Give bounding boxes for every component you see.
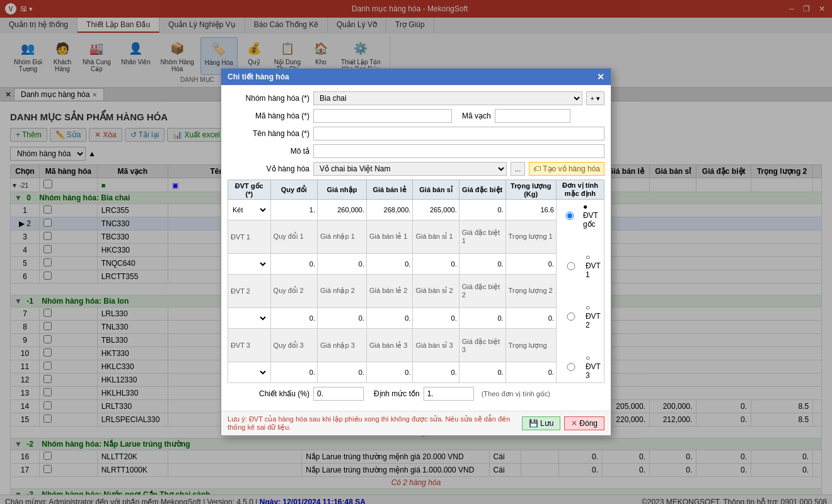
dvt2-gia-dac-biet-input[interactable] (461, 314, 504, 322)
dvt-row-1: Két ● ĐVT gốc (228, 200, 604, 220)
chiet-khau-label: Chiết khấu (%) (228, 389, 309, 398)
vo-hang-hoa-row: Vỏ hàng hóa Vỏ chai bia Việt Nam ... 🏷 T… (228, 162, 604, 176)
dvt-row-3-header: ĐVT 2 Quy đổi 2 Giá nhập 2 Giá bán lẻ 2 … (228, 274, 604, 308)
dvt-row-4-header: ĐVT 3 Quy đổi 3 Giá nhập 3 Giá bán lẻ 3 … (228, 328, 604, 362)
tao-vo-label: Tạo vỏ hàng hóa (543, 164, 600, 173)
close-dialog-button[interactable]: ✕ Đóng (564, 416, 604, 430)
vo-hang-hoa-select[interactable]: Vỏ chai bia Việt Nam (313, 162, 507, 176)
nhom-hang-hoa-row: Nhóm hàng hóa (*) Bia chai + ▾ (228, 91, 604, 105)
dvt3-quy-doi-input[interactable] (273, 369, 315, 376)
dialog-title-bar: Chi tiết hàng hóa ✕ (221, 69, 611, 85)
vo-hang-hoa-label: Vỏ hàng hóa (228, 164, 309, 173)
dvt-row-2 (228, 254, 604, 275)
dvt-header-row: ĐVT gốc (*) Quy đổi Giá nhập Giá bán lẻ … (228, 180, 604, 200)
col-gia-nhap: Giá nhập (318, 180, 367, 200)
radio-dvt-2-input[interactable] (559, 312, 583, 321)
dialog-body: Nhóm hàng hóa (*) Bia chai + ▾ Mã hàng h… (221, 85, 611, 411)
gia-ban-si-input[interactable] (415, 206, 456, 214)
dialog-footer: Lưu ý: ĐVT của hàng hóa sau khi lập phiế… (221, 411, 611, 435)
dvt2-quy-doi-input[interactable] (273, 314, 315, 322)
add-nhom-button[interactable]: + ▾ (586, 91, 604, 105)
dialog-note: Lưu ý: ĐVT của hàng hóa sau khi lập phiế… (228, 415, 522, 432)
gia-dac-biet-input[interactable] (461, 206, 504, 214)
dvt-1-select[interactable] (230, 260, 268, 268)
dvt2-gia-nhap-input[interactable] (320, 314, 364, 322)
dvt3-gia-dac-biet-input[interactable] (461, 369, 504, 376)
col-gia-ban-si: Giá bán sỉ (413, 180, 459, 200)
dvt1-gia-ban-si-input[interactable] (415, 260, 456, 268)
dinh-muc-ton-input[interactable] (424, 387, 474, 401)
mo-ta-label: Mô tả (228, 147, 309, 156)
ten-hang-hoa-input[interactable]: Tiger nấu chai 24 x 330ml (313, 127, 604, 140)
dialog-title-text: Chi tiết hàng hóa (228, 72, 289, 81)
close-dialog-icon: ✕ (571, 419, 577, 428)
close-dialog-label: Đóng (579, 419, 598, 428)
col-trong-luong: Trọng lượng (Kg) (506, 180, 556, 200)
ten-hang-hoa-label: Tên hàng hóa (*) (228, 129, 309, 138)
dvt3-gia-nhap-input[interactable] (320, 369, 364, 376)
save-icon: 💾 (529, 419, 538, 428)
radio-dvt-1-input[interactable] (559, 262, 583, 270)
dvt3-trong-luong-input[interactable] (508, 369, 554, 376)
save-label: Lưu (540, 419, 553, 428)
chi-tiet-hang-hoa-dialog: Chi tiết hàng hóa ✕ Nhóm hàng hóa (*) Bi… (221, 68, 611, 436)
radio-dvt-3: ○ ĐVT 3 (559, 353, 601, 380)
ma-vach-input[interactable] (495, 109, 570, 123)
quy-doi-input[interactable] (273, 206, 315, 214)
col-gia-ban-le: Giá bán lẻ (367, 180, 413, 200)
theo-don-vi-label: (Theo đơn vị tính gốc) (482, 390, 550, 398)
dvt-row-3 (228, 308, 604, 329)
dvt-3-select[interactable] (230, 368, 268, 377)
tao-vo-button[interactable]: 🏷 Tạo vỏ hàng hóa (529, 162, 604, 176)
nhom-hang-hoa-label: Nhóm hàng hóa (*) (228, 94, 309, 103)
dvt1-trong-luong-input[interactable] (508, 260, 554, 268)
dvt-row-2-header: ĐVT 1 Quy đổi 1 Giá nhập 1 Giá bán lẻ 1 … (228, 220, 604, 254)
radio-dvt-goc-input[interactable] (559, 212, 581, 220)
dvt-grid: ĐVT gốc (*) Quy đổi Giá nhập Giá bán lẻ … (228, 180, 604, 383)
col-quy-doi: Quy đổi (270, 180, 317, 200)
ma-hang-hoa-label: Mã hàng hóa (*) (228, 112, 309, 120)
dialog-close-button[interactable]: ✕ (597, 72, 604, 82)
dvt2-gia-ban-si-input[interactable] (415, 314, 456, 322)
dvt1-gia-nhap-input[interactable] (320, 260, 364, 268)
dvt1-gia-ban-le-input[interactable] (369, 260, 410, 268)
chiet-khau-row: Chiết khấu (%) Định mức tồn (Theo đơn vị… (228, 387, 604, 401)
radio-dvt-3-input[interactable] (559, 363, 583, 371)
dialog-buttons: 💾 Lưu ✕ Đóng (522, 416, 604, 430)
col-don-vi-mac-dinh: Đơn vị tính mặc định (556, 180, 604, 200)
dvt2-gia-ban-le-input[interactable] (369, 314, 410, 322)
save-button[interactable]: 💾 Lưu (522, 416, 560, 430)
radio-dvt-1: ○ ĐVT 1 (559, 253, 601, 279)
nhom-hang-hoa-select[interactable]: Bia chai (313, 91, 582, 105)
dvt-2-select[interactable] (230, 314, 268, 323)
mo-ta-row: Mô tả Tiger nấu chai 24 x 330ml (228, 144, 604, 158)
ma-hang-hoa-input[interactable]: TNC330 (313, 109, 452, 123)
dvt-goc-select[interactable]: Két (230, 205, 268, 214)
dvt3-gia-ban-le-input[interactable] (369, 369, 410, 376)
ma-vach-label: Mã vạch (462, 112, 491, 120)
gia-ban-le-input[interactable] (369, 206, 410, 214)
gia-nhap-input[interactable] (320, 206, 364, 214)
dvt3-gia-ban-si-input[interactable] (415, 369, 456, 376)
chiet-khau-input[interactable] (313, 387, 364, 401)
radio-dvt-goc: ● ĐVT gốc (559, 202, 601, 229)
dvt1-quy-doi-input[interactable] (273, 260, 315, 268)
vo-hang-hoa-browse-button[interactable]: ... (511, 162, 525, 176)
dialog-overlay: Chi tiết hàng hóa ✕ Nhóm hàng hóa (*) Bi… (0, 0, 832, 504)
ten-hang-hoa-row: Tên hàng hóa (*) Tiger nấu chai 24 x 330… (228, 127, 604, 140)
radio-dvt-2: ○ ĐVT 2 (559, 303, 601, 329)
col-gia-dac-biet: Giá đặc biệt (459, 180, 506, 200)
dvt-row-4 (228, 362, 604, 383)
tao-vo-icon: 🏷 (533, 164, 541, 173)
don-vi-mac-dinh-group: ● ĐVT gốc ○ ĐVT 1 ○ ĐVT (559, 202, 601, 380)
mo-ta-input[interactable]: Tiger nấu chai 24 x 330ml (313, 144, 604, 158)
dvt1-gia-dac-biet-input[interactable] (461, 260, 504, 268)
dinh-muc-ton-label: Định mức tồn (374, 389, 420, 398)
trong-luong-input[interactable] (508, 206, 554, 214)
dvt2-trong-luong-input[interactable] (508, 314, 554, 322)
ma-hang-hoa-row: Mã hàng hóa (*) TNC330 Mã vạch (228, 109, 604, 123)
col-dvt-goc: ĐVT gốc (*) (228, 180, 271, 200)
